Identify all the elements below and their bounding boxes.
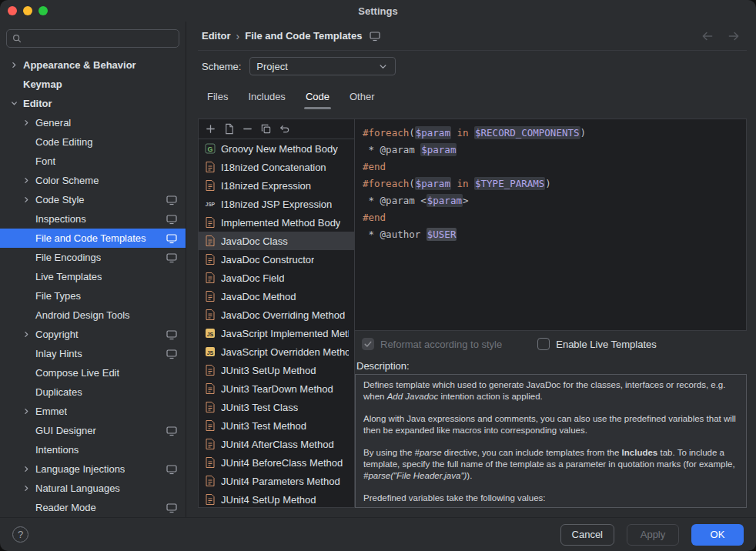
sidebar-item-android-design-tools[interactable]: Android Design Tools	[0, 306, 186, 325]
template-file-icon	[204, 290, 216, 302]
settings-window: Settings Appearance & BehaviorKeymapEdit…	[0, 0, 756, 551]
chevron-right-icon[interactable]	[20, 483, 32, 495]
back-button[interactable]	[701, 29, 714, 43]
sidebar-item-inlay-hints[interactable]: Inlay Hints	[0, 344, 186, 363]
ide-settings-monitor-icon	[166, 329, 178, 341]
template-item-groovy-new-method-body[interactable]: GGroovy New Method Body	[199, 139, 354, 158]
sidebar-item-code-style[interactable]: Code Style	[0, 190, 186, 209]
zoom-button[interactable]	[38, 6, 48, 15]
template-item-junit3-teardown-method[interactable]: JUnit3 TearDown Method	[199, 379, 354, 398]
sidebar-item-file-types[interactable]: File Types	[0, 286, 186, 306]
sidebar-item-emmet[interactable]: Emmet	[0, 402, 186, 421]
template-item-label: JavaDoc Method	[221, 291, 296, 302]
template-detail-pane: #foreach($param in $RECORD_COMPONENTS) *…	[355, 119, 747, 508]
sidebar-item-reader-mode[interactable]: Reader Mode	[0, 498, 186, 517]
enable-live-templates-checkbox[interactable]: Enable Live Templates	[537, 338, 657, 350]
template-item-i18nized-expression[interactable]: I18nized Expression	[199, 176, 354, 195]
template-item-label: JavaDoc Field	[221, 272, 284, 284]
sidebar-item-editor[interactable]: Editor	[0, 94, 186, 113]
sidebar-item-live-templates[interactable]: Live Templates	[0, 267, 186, 286]
template-item-i18nized-jsp-expression[interactable]: JSPI18nized JSP Expression	[199, 195, 354, 213]
remove-button[interactable]	[239, 121, 256, 137]
scheme-label: Scheme:	[202, 61, 241, 72]
template-item-junit4-beforeclass-method[interactable]: JUnit4 BeforeClass Method	[199, 453, 354, 472]
cancel-button[interactable]: Cancel	[560, 524, 614, 546]
sidebar-item-color-scheme[interactable]: Color Scheme	[0, 171, 186, 190]
chevron-right-icon[interactable]	[8, 59, 20, 72]
template-item-junit4-parameters-method[interactable]: JUnit4 Parameters Method	[199, 472, 354, 490]
template-item-javadoc-overriding-method[interactable]: JavaDoc Overriding Method	[199, 306, 354, 324]
sidebar-item-file-encodings[interactable]: File Encodings	[0, 248, 186, 267]
description-box[interactable]: Defines template which used to generate …	[355, 374, 747, 508]
ok-button[interactable]: OK	[691, 524, 744, 546]
chevron-right-icon[interactable]	[20, 463, 32, 476]
sidebar-item-intentions[interactable]: Intentions	[0, 440, 186, 459]
template-item-javadoc-field[interactable]: JavaDoc Field	[199, 269, 354, 287]
chevron-right-icon[interactable]	[20, 329, 32, 341]
sidebar-item-inspections[interactable]: Inspections	[0, 209, 186, 229]
tab-includes[interactable]: Includes	[240, 85, 293, 109]
tab-files[interactable]: Files	[199, 85, 236, 109]
template-item-junit3-test-class[interactable]: JUnit3 Test Class	[199, 398, 354, 416]
sidebar-item-general[interactable]: General	[0, 113, 186, 132]
sidebar-item-gui-designer[interactable]: GUI Designer	[0, 421, 186, 440]
chevron-right-icon[interactable]	[20, 194, 32, 206]
sidebar-item-label: Color Scheme	[34, 175, 99, 186]
reset-button[interactable]	[276, 121, 293, 137]
sidebar-item-appearance-behavior[interactable]: Appearance & Behavior	[0, 55, 186, 75]
template-item-implemented-method-body[interactable]: Implemented Method Body	[199, 213, 354, 232]
forward-button[interactable]	[727, 29, 741, 43]
search-input[interactable]	[26, 33, 174, 45]
chevron-right-icon[interactable]	[20, 117, 32, 129]
template-variable: $TYPE_PARAMS	[474, 177, 545, 190]
template-item-junit3-setup-method[interactable]: JUnit3 SetUp Method	[199, 361, 354, 379]
sidebar-item-code-editing[interactable]: Code Editing	[0, 132, 186, 152]
minimize-button[interactable]	[23, 6, 32, 15]
ide-settings-monitor-icon	[166, 348, 178, 360]
scheme-select[interactable]: Project	[249, 57, 396, 75]
template-list-pane: GGroovy New Method BodyI18nized Concaten…	[198, 119, 355, 508]
template-variable: $RECORD_COMPONENTS	[474, 126, 580, 139]
editor-options-row: Reformat according to style Enable Live …	[355, 331, 747, 357]
sidebar-item-copyright[interactable]: Copyright	[0, 325, 186, 344]
description-paragraph: Along with Java expressions and comments…	[363, 413, 738, 436]
sidebar-item-compose-live-edit[interactable]: Compose Live Edit	[0, 363, 186, 382]
template-item-javadoc-constructor[interactable]: JavaDoc Constructor	[199, 250, 354, 269]
apply-button[interactable]: Apply	[627, 524, 679, 546]
add-button[interactable]	[202, 121, 219, 137]
template-item-javascript-implemented-method[interactable]: JSJavaScript Implemented Method	[199, 324, 354, 342]
template-item-junit4-setup-method[interactable]: JUnit4 SetUp Method	[199, 490, 354, 507]
template-item-junit4-afterclass-method[interactable]: JUnit4 AfterClass Method	[199, 435, 354, 453]
copy-button[interactable]	[258, 121, 274, 137]
chevron-right-icon[interactable]	[20, 175, 32, 187]
template-list-toolbar	[199, 119, 354, 139]
chevron-right-icon[interactable]	[20, 406, 32, 418]
template-item-javascript-overridden-method[interactable]: JSJavaScript Overridden Method	[199, 342, 354, 361]
close-button[interactable]	[8, 6, 17, 15]
breadcrumb-editor[interactable]: Editor	[202, 30, 231, 42]
create-child-button[interactable]	[221, 121, 237, 137]
template-variable: $param	[415, 126, 451, 139]
template-editor[interactable]: #foreach($param in $RECORD_COMPONENTS) *…	[355, 119, 747, 331]
sidebar-item-label: Appearance & Behavior	[22, 59, 136, 71]
template-item-label: JUnit3 SetUp Method	[221, 365, 316, 376]
template-item-junit3-test-method[interactable]: JUnit3 Test Method	[199, 416, 354, 435]
template-item-javadoc-method[interactable]: JavaDoc Method	[199, 287, 354, 306]
sidebar-item-duplicates[interactable]: Duplicates	[0, 382, 186, 402]
sidebar-item-language-injections[interactable]: Language Injections	[0, 459, 186, 479]
template-item-i18nized-concatenation[interactable]: I18nized Concatenation	[199, 158, 354, 176]
tab-code[interactable]: Code	[298, 85, 337, 109]
sidebar-item-label: Compose Live Edit	[34, 367, 119, 379]
chevron-down-icon[interactable]	[8, 98, 20, 110]
template-item-javadoc-class[interactable]: JavaDoc Class	[199, 232, 354, 250]
svg-text:JS: JS	[207, 332, 214, 337]
sidebar-item-file-and-code-templates[interactable]: File and Code Templates	[0, 229, 186, 248]
tab-other[interactable]: Other	[342, 85, 383, 109]
search-box[interactable]	[6, 29, 179, 48]
template-file-icon	[204, 419, 216, 432]
sidebar-item-font[interactable]: Font	[0, 152, 186, 171]
template-item-label: JUnit3 Test Class	[221, 402, 298, 413]
help-button[interactable]: ?	[12, 526, 28, 543]
sidebar-item-natural-languages[interactable]: Natural Languages	[0, 479, 186, 498]
sidebar-item-keymap[interactable]: Keymap	[0, 75, 186, 94]
